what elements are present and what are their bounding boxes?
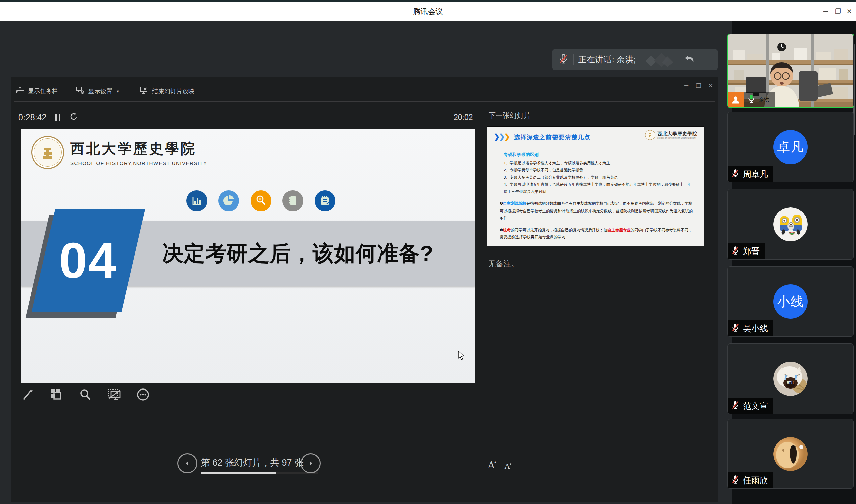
preview-paragraph-3: ❸统考的同学可以先开始复习，根据自己的复习情况后择校；但自主命题专业的同学由于学…: [500, 227, 693, 241]
pause-timer-icon[interactable]: [55, 114, 60, 121]
pie-chart-icon: [218, 191, 239, 211]
see-all-slides-icon[interactable]: [48, 386, 65, 403]
school-name-cn: 西北大学歷史學院: [70, 139, 207, 158]
preview-title: 选择深造之前需要清楚几点: [514, 133, 590, 141]
previous-slide-button[interactable]: [177, 453, 197, 473]
app-title: 腾讯会议: [0, 7, 856, 17]
show-taskbar-button[interactable]: 显示任务栏: [16, 86, 58, 96]
slide-progress-fill: [201, 472, 276, 474]
slide-progress-track: [201, 472, 318, 474]
next-slide-preview: ❯❯❯ 选择深造之前需要清楚几点 西北大学歷史學院 SCHOOL OF HIST…: [487, 127, 703, 246]
participant-tile-video[interactable]: 余洪: [727, 34, 854, 108]
divider: [679, 54, 679, 66]
name-badge: 郑晋: [728, 243, 765, 259]
more-options-icon[interactable]: [135, 386, 151, 403]
increase-font-button[interactable]: A▴: [488, 460, 496, 470]
notes-font-buttons: A▴ A▾: [488, 460, 512, 470]
preview-seal-icon: [645, 130, 655, 140]
speaking-indicator-bar: 正在讲话: 余洪;: [552, 49, 718, 70]
ppt-presenter-window: ─ ❐ ✕ 显示任务栏 显示设置 ▼ 结束幻灯片放映: [11, 77, 718, 502]
preview-body: 专硕和学硕的区别 1、学硕是以培养学术性人才为主，专硕以培养实用性人才为主 2、…: [500, 150, 693, 241]
participant-name: 任雨欣: [743, 475, 768, 486]
display-settings-button[interactable]: 显示设置 ▼: [75, 86, 120, 96]
end-slideshow-button[interactable]: 结束幻灯片放映: [139, 86, 194, 96]
slide-title: 决定考研之后，该如何准备?: [162, 230, 464, 277]
current-slide: 西北大学歷史學院 SCHOOL OF HISTORY,NORTHWEST UNI…: [21, 129, 475, 383]
back-arrow-icon[interactable]: [684, 54, 695, 66]
wall-clock: 20:02: [454, 113, 473, 122]
tencent-meeting-logo: [645, 52, 674, 67]
initials-avatar: 卓凡: [773, 130, 808, 164]
show-taskbar-label: 显示任务栏: [28, 87, 58, 95]
preview-header: ❯❯❯ 选择深造之前需要清楚几点 西北大学歷史學院 SCHOOL OF HIST…: [487, 127, 703, 147]
slide-navigation: 第 62 张幻灯片，共 97 张: [11, 453, 483, 484]
school-seal-icon: [31, 136, 64, 169]
speaking-label: 正在讲话: 余洪;: [578, 54, 636, 65]
school-logo-row: 西北大学歷史學院 SCHOOL OF HISTORY,NORTHWEST UNI…: [31, 136, 207, 169]
participant-tile[interactable]: 哇!! 范文宣: [727, 343, 854, 414]
name-badge: 周卓凡: [728, 166, 773, 182]
participant-tile[interactable]: 小线 吴小线: [727, 266, 854, 337]
display-settings-icon: [75, 86, 85, 96]
minions-avatar: [773, 207, 808, 241]
black-screen-icon[interactable]: [106, 386, 123, 403]
zoom-slide-icon[interactable]: [77, 386, 94, 403]
next-slide-label: 下一张幻灯片: [488, 111, 531, 120]
participant-name: 范文宣: [743, 400, 768, 411]
participant-tile[interactable]: 郑晋: [727, 189, 854, 259]
cat-meme-avatar: 哇!!: [773, 362, 808, 396]
participant-name: 周卓凡: [743, 168, 768, 180]
preview-school-logo: 西北大学歷史學院 SCHOOL OF HISTORY,NORTHWEST UNI…: [645, 130, 697, 140]
notebook-icon: [282, 191, 303, 211]
participant-name: 吴小线: [743, 323, 768, 334]
mouse-cursor: [458, 350, 465, 362]
ppt-close-button[interactable]: ✕: [705, 80, 716, 91]
restore-button[interactable]: ❐: [832, 5, 844, 17]
section-number: 04: [59, 232, 118, 290]
divider: [573, 54, 574, 66]
active-mic-icon: [747, 94, 755, 105]
muted-mic-icon: [731, 323, 740, 334]
screen-share-area: ─ ❐ ✕ 显示任务栏 显示设置 ▼ 结束幻灯片放映: [0, 21, 732, 504]
preview-school-en: SCHOOL OF HISTORY,NORTHWEST UNIVERSITY: [657, 137, 697, 139]
pen-icon[interactable]: [19, 386, 36, 403]
slide-counter: 第 62 张幻灯片，共 97 张: [201, 457, 304, 469]
preview-item: 4、学硕可以申请五年直博，也就是读五年直接拿博士学位，而专硕是不能五年拿博士学位…: [504, 181, 693, 195]
close-button[interactable]: ✕: [843, 5, 855, 17]
panel-divider: [483, 102, 483, 502]
next-slide-button[interactable]: [301, 453, 321, 473]
ppt-minimize-button[interactable]: ─: [681, 80, 692, 91]
checklist-icon: [315, 191, 336, 211]
name-badge: 吴小线: [728, 320, 773, 337]
name-badge: 余洪: [728, 92, 775, 107]
annotation-toolbar: [19, 386, 151, 403]
muted-mic-icon: [731, 400, 740, 411]
muted-mic-icon: [731, 474, 740, 486]
participants-sidebar: 余洪 卓凡 周卓凡: [732, 21, 856, 504]
muted-mic-icon: [558, 53, 569, 66]
initials-avatar: 小线: [773, 284, 808, 319]
participant-tile[interactable]: 任雨欣: [727, 419, 854, 489]
decrease-font-button[interactable]: A▾: [505, 462, 512, 470]
preview-item: 2、专硕学费每个学校不同，但是普遍比学硕贵: [504, 166, 693, 174]
ppt-restore-button[interactable]: ❐: [693, 80, 704, 91]
minimize-button[interactable]: ─: [820, 5, 832, 17]
taskbar-icon: [16, 86, 24, 96]
name-badge: 任雨欣: [728, 472, 773, 488]
chevrons-icon: ❯❯❯: [494, 133, 509, 141]
participant-tile[interactable]: 卓凡 周卓凡: [727, 112, 854, 182]
preview-heading: 专硕和学硕的区别: [504, 151, 693, 159]
preview-rule: [500, 147, 688, 147]
participant-name: 郑晋: [743, 246, 760, 257]
elapsed-time: 0:28:42: [18, 112, 46, 122]
preview-paragraph-2: ❷自主划线院校是指初试的分数线由各个有自主划线权的学校自己划定，而不用参考国家统…: [500, 200, 693, 222]
notes-text: 无备注。: [488, 258, 519, 269]
muted-mic-icon: [731, 168, 740, 180]
name-badge: 范文宣: [728, 398, 773, 414]
zoom-plus-icon: [251, 191, 271, 211]
preview-school-cn: 西北大学歷史學院: [657, 131, 697, 137]
muted-mic-icon: [731, 246, 740, 257]
bar-chart-icon: [186, 191, 207, 211]
school-name-en: SCHOOL OF HISTORY,NORTHWEST UNIVERSITY: [70, 160, 207, 166]
restart-timer-icon[interactable]: [69, 112, 78, 122]
